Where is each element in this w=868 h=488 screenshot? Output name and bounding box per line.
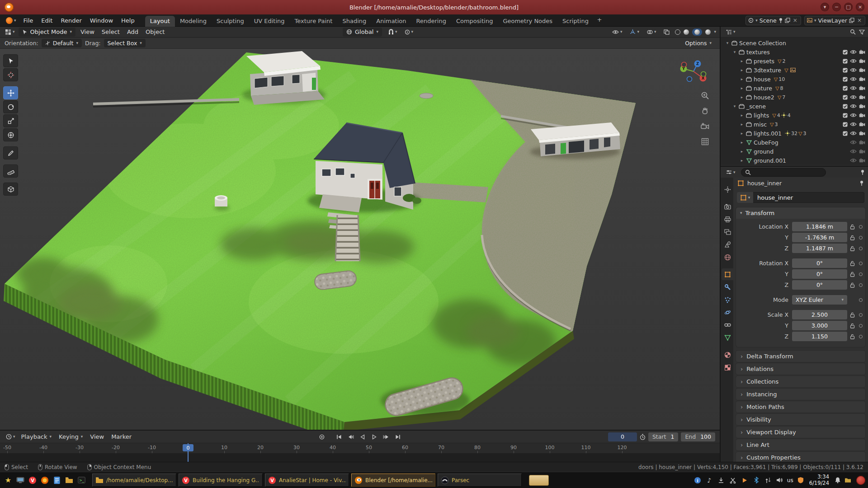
properties-tab-render[interactable]	[722, 201, 733, 212]
section-collections[interactable]: ›Collections	[736, 376, 865, 387]
green-door[interactable]	[312, 78, 316, 90]
hide-eye-icon[interactable]	[850, 50, 857, 54]
exclude-checkbox[interactable]	[843, 113, 848, 118]
close-button[interactable]: ×	[856, 3, 864, 11]
stone-stairs[interactable]	[335, 215, 360, 261]
shading-solid-button[interactable]	[684, 29, 689, 35]
properties-tab-particles[interactable]	[722, 294, 733, 305]
properties-editor-type-button[interactable]: ▾	[724, 169, 738, 175]
disable-render-camera-icon[interactable]	[859, 104, 865, 108]
lock-icon[interactable]	[847, 246, 857, 251]
timeline-track[interactable]	[0, 453, 720, 462]
minimize-button[interactable]: −	[832, 3, 841, 11]
taskbar-window-blender-home-amalie[interactable]: Blender [/home/amalie...	[351, 474, 435, 487]
properties-tab-texture[interactable]	[722, 361, 733, 373]
number-field-z[interactable]: 0°	[792, 280, 847, 290]
tray-cut-icon[interactable]	[729, 476, 737, 484]
workspace-tab-layout[interactable]: Layout	[145, 16, 175, 27]
new-scene-icon[interactable]	[785, 18, 790, 23]
proportional-edit-toggle[interactable]: ▾	[402, 29, 416, 35]
xray-toggle[interactable]	[661, 29, 672, 35]
properties-tab-tool[interactable]	[722, 183, 733, 195]
lock-icon[interactable]	[847, 261, 857, 266]
hide-eye-icon[interactable]	[850, 149, 857, 154]
current-frame-field[interactable]: 0	[608, 432, 637, 441]
section-custom-properties[interactable]: ›Custom Properties	[736, 452, 865, 462]
exclude-checkbox[interactable]	[843, 50, 848, 55]
lock-icon[interactable]	[847, 282, 857, 288]
disable-render-camera-icon[interactable]	[859, 86, 865, 90]
hide-eye-icon[interactable]	[850, 140, 857, 145]
keyboard-layout-indicator[interactable]: us	[786, 477, 795, 483]
play-reverse-button[interactable]	[357, 432, 368, 441]
lock-icon[interactable]	[847, 235, 857, 240]
properties-tab-object-data[interactable]	[722, 332, 733, 343]
transform-panel-header[interactable]: ▾ Transform	[736, 207, 865, 219]
properties-tab-physics[interactable]	[722, 306, 733, 318]
tool-transform[interactable]	[3, 128, 18, 141]
properties-tab-material[interactable]	[722, 349, 733, 361]
disable-render-camera-icon[interactable]	[859, 59, 865, 63]
timeline-editor-type-button[interactable]: ▾	[4, 434, 18, 440]
tray-music-icon[interactable]: ♪	[705, 476, 713, 484]
exclude-checkbox[interactable]	[843, 95, 848, 100]
unlink-scene-icon[interactable]: ×	[792, 17, 798, 23]
launcher-monitor-icon[interactable]	[15, 475, 26, 486]
expand-arrow[interactable]: ▸	[739, 140, 745, 145]
disable-render-camera-icon[interactable]	[859, 149, 865, 154]
expand-arrow[interactable]: ▸	[739, 86, 745, 90]
outliner-row-house2[interactable]: ▸ house2 ▽7	[721, 93, 868, 102]
section-visibility[interactable]: ›Visibility	[736, 414, 865, 425]
outliner-row-textures[interactable]: ▾ textures	[721, 47, 868, 56]
workspace-tab-geometry-nodes[interactable]: Geometry Nodes	[498, 16, 557, 27]
expand-arrow[interactable]: ▸	[739, 113, 745, 117]
number-field-y[interactable]: 0°	[792, 269, 847, 279]
workspace-tab-modeling[interactable]: Modeling	[175, 16, 212, 27]
timeline-menu-keying[interactable]: Keying▾	[55, 432, 86, 441]
animate-dot[interactable]	[857, 272, 864, 276]
tool-move[interactable]	[3, 86, 18, 99]
camera-view-icon[interactable]	[700, 121, 710, 131]
exclude-checkbox[interactable]	[843, 104, 848, 109]
timeline-ruler[interactable]: -50-40-30-20-100102030405060708090100110…	[0, 443, 720, 453]
properties-tab-constraints[interactable]	[722, 319, 733, 331]
disable-render-camera-icon[interactable]	[859, 113, 865, 117]
launcher-browser-icon[interactable]	[39, 475, 50, 486]
filter-icon[interactable]	[859, 29, 865, 35]
section-delta-transform[interactable]: ›Delta Transform	[736, 351, 865, 362]
drag-dropdown[interactable]: Select Box▾	[104, 39, 146, 47]
shade-window-button[interactable]: ▾	[821, 3, 829, 11]
shading-rendered-button[interactable]	[705, 29, 711, 35]
ortho-grid-icon[interactable]	[700, 136, 710, 146]
expand-arrow[interactable]: ▸	[739, 68, 745, 72]
lock-icon[interactable]	[847, 312, 857, 318]
animate-dot[interactable]	[857, 247, 864, 250]
properties-search-input[interactable]	[741, 168, 826, 177]
menu-window[interactable]: Window	[86, 16, 117, 25]
outliner-row-lights[interactable]: ▸ lights ▽44	[721, 111, 868, 120]
launcher-docs-icon[interactable]	[52, 475, 62, 486]
playhead-frame-label[interactable]: 0	[183, 444, 193, 451]
workspace-tab-scripting[interactable]: Scripting	[557, 16, 594, 27]
tray-download-icon[interactable]	[717, 476, 725, 484]
exclude-checkbox[interactable]	[843, 59, 848, 64]
scene-3d[interactable]	[0, 49, 720, 430]
remove-viewlayer-icon[interactable]: ×	[856, 17, 863, 23]
workspace-tab-compositing[interactable]: Compositing	[451, 16, 498, 27]
section-motion-paths[interactable]: ›Motion Paths	[736, 401, 865, 413]
launcher-terminal-icon[interactable]: >_	[76, 475, 87, 486]
viewlayer-selector[interactable]: ▾ ViewLayer ×	[804, 16, 865, 25]
expand-arrow[interactable]: ▸	[739, 158, 745, 163]
pin-icon[interactable]	[860, 169, 865, 175]
outliner-row-scene[interactable]: ▾ _scene	[721, 102, 868, 111]
number-field-y[interactable]: 3.000	[792, 321, 847, 330]
notifications-icon[interactable]	[834, 476, 842, 484]
next-keyframe-button[interactable]	[381, 432, 392, 441]
workspace-tab-sculpting[interactable]: Sculpting	[212, 16, 249, 27]
animate-dot[interactable]	[857, 225, 864, 229]
animate-dot[interactable]	[857, 335, 864, 338]
disable-render-camera-icon[interactable]	[859, 95, 865, 99]
properties-tab-view-layer[interactable]	[722, 226, 733, 238]
pin-icon[interactable]	[778, 18, 783, 23]
menu-file[interactable]: File	[19, 16, 38, 25]
